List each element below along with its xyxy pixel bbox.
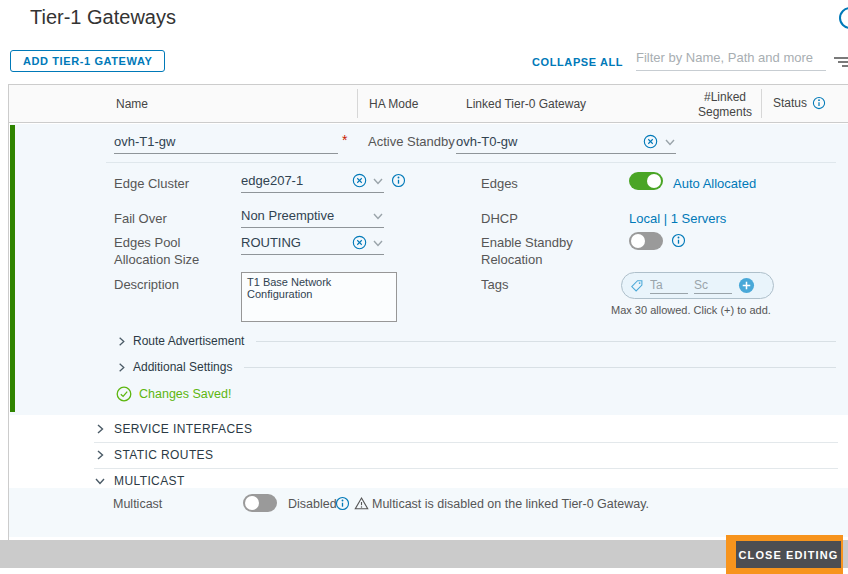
multicast-info-icon[interactable] xyxy=(335,496,350,511)
chevron-right-icon xyxy=(116,362,127,373)
required-marker: * xyxy=(342,132,347,148)
gateways-table: Name HA Mode Linked Tier-0 Gateway #Link… xyxy=(8,84,848,540)
ha-mode-value: Active Standby xyxy=(368,134,455,149)
clear-selection-icon[interactable] xyxy=(352,235,367,250)
gateway-edit-panel: * Active Standby ovh-T0-gw Edge Cluster … xyxy=(10,124,848,415)
static-routes-label: STATIC ROUTES xyxy=(114,448,213,462)
status-info-icon[interactable] xyxy=(812,96,826,110)
multicast-detail-panel: Multicast Disabled Multicast is disabled… xyxy=(9,488,848,537)
success-check-icon xyxy=(116,386,132,402)
clear-selection-icon[interactable] xyxy=(643,134,658,149)
tags-editor[interactable] xyxy=(621,272,774,299)
multicast-warning-text: Multicast is disabled on the linked Tier… xyxy=(372,497,649,511)
row-divider xyxy=(106,162,836,163)
chevron-right-icon[interactable] xyxy=(94,423,106,435)
gateway-name-input[interactable] xyxy=(114,134,338,149)
chevron-down-icon[interactable] xyxy=(94,475,106,487)
section-static-routes[interactable]: STATIC ROUTES xyxy=(10,442,848,468)
add-tag-button[interactable] xyxy=(738,277,755,294)
chevron-down-icon[interactable] xyxy=(372,210,384,222)
edges-label: Edges xyxy=(481,176,518,193)
multicast-toggle[interactable] xyxy=(243,494,277,512)
fail-over-label: Fail Over xyxy=(114,211,167,228)
description-textarea[interactable]: T1 Base Network Configuration xyxy=(241,272,397,322)
tags-help-text: Max 30 allowed. Click (+) to add. xyxy=(611,304,771,316)
edges-pool-allocation-value: ROUTING xyxy=(241,235,352,250)
fail-over-value: Non Preemptive xyxy=(241,208,372,223)
filter-icon[interactable] xyxy=(833,57,848,69)
route-advertisement-label: Route Advertisement xyxy=(133,334,244,348)
section-rule xyxy=(244,367,836,368)
chevron-down-icon[interactable] xyxy=(372,175,384,187)
service-interfaces-label: SERVICE INTERFACES xyxy=(114,422,252,436)
table-header: Name HA Mode Linked Tier-0 Gateway #Link… xyxy=(9,85,848,123)
scope-input[interactable] xyxy=(694,278,732,294)
standby-relocation-info-icon[interactable] xyxy=(671,233,686,248)
column-header-status: Status xyxy=(773,96,826,110)
description-label: Description xyxy=(114,277,179,294)
warning-icon xyxy=(354,496,369,511)
dhcp-config-link[interactable]: Local | 1 Servers xyxy=(629,211,726,226)
column-divider xyxy=(357,89,358,118)
chevron-down-icon[interactable] xyxy=(664,136,676,148)
collapse-all-link[interactable]: COLLAPSE ALL xyxy=(532,56,623,68)
close-editing-button[interactable]: CLOSE EDITING xyxy=(736,541,841,568)
changes-saved-status: Changes Saved! xyxy=(116,386,231,402)
multicast-section-label: MULTICAST xyxy=(114,474,185,488)
add-tier1-gateway-button[interactable]: ADD TIER-1 GATEWAY xyxy=(10,50,165,72)
footer-bar xyxy=(0,540,848,568)
column-header-linked-tier0: Linked Tier-0 Gateway xyxy=(466,97,586,111)
multicast-state-text: Disabled xyxy=(288,497,337,511)
tag-input[interactable] xyxy=(650,278,688,294)
edges-pool-allocation-label: Edges Pool Allocation Size xyxy=(114,235,236,269)
auto-allocated-link[interactable]: Auto Allocated xyxy=(673,176,756,191)
standby-relocation-toggle[interactable] xyxy=(629,232,663,250)
edge-cluster-combobox[interactable]: edge207-1 xyxy=(241,169,384,193)
additional-settings-expander[interactable]: Additional Settings xyxy=(116,360,836,374)
status-header-label: Status xyxy=(773,96,807,110)
section-service-interfaces[interactable]: SERVICE INTERFACES xyxy=(10,416,848,442)
route-advertisement-expander[interactable]: Route Advertisement xyxy=(116,334,836,348)
edges-pool-allocation-dropdown[interactable]: ROUTING xyxy=(241,231,384,255)
tier1-gateways-page: Tier-1 Gateways ADD TIER-1 GATEWAY COLLA… xyxy=(0,0,848,574)
linked-tier0-combobox[interactable]: ovh-T0-gw xyxy=(456,130,676,154)
changes-saved-text: Changes Saved! xyxy=(139,387,231,401)
editing-indicator-bar xyxy=(10,125,15,412)
fail-over-dropdown[interactable]: Non Preemptive xyxy=(241,204,384,228)
edge-cluster-info-icon[interactable] xyxy=(391,173,406,188)
clear-selection-icon[interactable] xyxy=(352,173,367,188)
chevron-right-icon xyxy=(116,336,127,347)
help-icon[interactable] xyxy=(839,7,848,29)
column-header-linked-segments: #Linked Segments xyxy=(689,90,761,120)
additional-settings-label: Additional Settings xyxy=(133,360,232,374)
column-header-ha-mode: HA Mode xyxy=(369,97,418,111)
column-header-name: Name xyxy=(116,97,148,111)
multicast-label: Multicast xyxy=(113,497,162,511)
column-divider xyxy=(761,89,762,118)
gateway-name-field[interactable] xyxy=(114,130,338,154)
edge-cluster-label: Edge Cluster xyxy=(114,176,189,193)
page-title: Tier-1 Gateways xyxy=(30,6,176,29)
chevron-down-icon[interactable] xyxy=(372,237,384,249)
chevron-right-icon[interactable] xyxy=(94,449,106,461)
tag-icon xyxy=(630,279,644,293)
linked-tier0-value: ovh-T0-gw xyxy=(456,134,643,149)
section-rule xyxy=(256,341,836,342)
edge-cluster-value: edge207-1 xyxy=(241,173,352,188)
standby-relocation-label: Enable Standby Relocation xyxy=(481,235,589,269)
dhcp-label: DHCP xyxy=(481,211,518,228)
tags-label: Tags xyxy=(481,277,508,294)
filter-input[interactable] xyxy=(636,48,826,71)
edges-toggle[interactable] xyxy=(629,172,663,190)
